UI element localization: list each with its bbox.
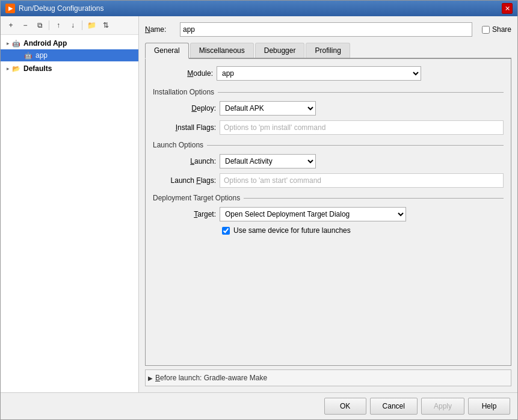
toolbar-separator-1 — [49, 20, 49, 30]
android-icon: 🤖 — [11, 39, 21, 48]
tab-bar: General Miscellaneous Debugger Profiling — [145, 43, 511, 59]
installation-options-section: Installation Options — [153, 88, 504, 96]
folder-icon: 📂 — [11, 64, 21, 73]
target-label: Target: — [153, 210, 216, 218]
configurations-toolbar: + − ⧉ ↑ ↓ 📁 ⇅ — [1, 16, 138, 35]
deploy-label: Deploy: — [153, 104, 216, 113]
launch-flags-label: Launch Flags: — [153, 176, 216, 185]
before-launch-bar[interactable]: ▶ Before launch: Gradle-aware Make — [145, 369, 511, 386]
install-flags-label: Install Flags: — [153, 123, 216, 132]
before-launch-label: Before launch: Gradle-aware Make — [155, 374, 267, 382]
tree-label-defaults: Defaults — [23, 64, 52, 73]
main-content: + − ⧉ ↑ ↓ 📁 ⇅ ▸ 🤖 Android App — [1, 16, 517, 392]
name-row: Name: Share — [145, 22, 511, 37]
launch-label: Launch: — [153, 157, 216, 165]
name-input[interactable] — [180, 22, 472, 37]
title-bar-left: ▶ Run/Debug Configurations — [5, 4, 103, 13]
launch-flags-input[interactable] — [220, 173, 504, 188]
tree-toggle-app — [16, 52, 23, 59]
move-down-button[interactable]: ↓ — [66, 19, 79, 32]
install-flags-input[interactable] — [220, 120, 504, 135]
left-panel: + − ⧉ ↑ ↓ 📁 ⇅ ▸ 🤖 Android App — [1, 16, 139, 392]
deploy-select[interactable]: Default APK — [220, 101, 316, 116]
app-icon: ▶ — [5, 4, 15, 13]
launch-flags-row: Launch Flags: — [153, 173, 504, 188]
same-device-checkbox[interactable] — [222, 227, 230, 235]
module-row: Module: app — [153, 66, 504, 81]
tab-debugger[interactable]: Debugger — [255, 43, 305, 58]
deployment-target-section: Deployment Target Options — [153, 194, 504, 202]
help-button[interactable]: Help — [468, 398, 510, 415]
close-button[interactable]: ✕ — [502, 3, 513, 14]
name-label: Name: — [145, 25, 175, 34]
title-bar: ▶ Run/Debug Configurations ✕ — [1, 1, 517, 16]
launch-row: Launch: Default Activity — [153, 154, 504, 168]
tab-general[interactable]: General — [145, 43, 189, 59]
share-checkbox[interactable] — [482, 26, 490, 34]
add-configuration-button[interactable]: + — [4, 19, 17, 32]
module-label: Module: — [153, 69, 213, 78]
tree-toggle-defaults: ▸ — [4, 65, 11, 72]
module-select[interactable]: app — [217, 66, 421, 81]
sort-button[interactable]: ⇅ — [99, 19, 113, 32]
tab-profiling[interactable]: Profiling — [306, 43, 350, 58]
footer: OK Cancel Apply Help — [1, 392, 517, 419]
deploy-row: Deploy: Default APK — [153, 101, 504, 116]
cancel-button[interactable]: Cancel — [370, 398, 418, 415]
tree-label-android-app: Android App — [23, 39, 67, 48]
tree-item-defaults[interactable]: ▸ 📂 Defaults — [1, 63, 138, 75]
same-device-label: Use same device for future launches — [233, 226, 351, 235]
before-launch-section: ▶ Before launch: Gradle-aware Make — [145, 369, 511, 386]
tab-content-general: Module: app Installation Options Deploy:… — [145, 59, 511, 366]
before-launch-arrow-icon: ▶ — [148, 375, 153, 381]
right-panel: Name: Share General Miscellaneous Debugg… — [139, 16, 517, 392]
remove-configuration-button[interactable]: − — [19, 19, 32, 32]
launch-options-section: Launch Options — [153, 141, 504, 149]
tab-miscellaneous[interactable]: Miscellaneous — [190, 43, 254, 58]
run-debug-configurations-dialog: ▶ Run/Debug Configurations ✕ + − ⧉ ↑ ↓ 📁… — [0, 0, 518, 420]
same-device-row: Use same device for future launches — [222, 226, 504, 235]
ok-button[interactable]: OK — [324, 398, 366, 415]
toolbar-separator-2 — [82, 20, 82, 30]
target-row: Target: Open Select Deployment Target Di… — [153, 207, 504, 221]
tree-item-android-app[interactable]: ▸ 🤖 Android App — [1, 37, 138, 49]
install-flags-row: Install Flags: — [153, 120, 504, 135]
apply-button[interactable]: Apply — [421, 398, 464, 415]
android-app-icon: 🤖 — [23, 51, 33, 60]
share-checkbox-container: Share — [482, 25, 511, 34]
tree-item-app[interactable]: 🤖 app — [1, 49, 138, 61]
configurations-tree: ▸ 🤖 Android App 🤖 app ▸ 📂 Defaults — [1, 35, 138, 392]
target-select[interactable]: Open Select Deployment Target Dialog — [220, 207, 406, 221]
tree-toggle-android-app: ▸ — [4, 40, 11, 47]
launch-select[interactable]: Default Activity — [220, 154, 316, 168]
copy-configuration-button[interactable]: ⧉ — [33, 19, 46, 32]
window-title: Run/Debug Configurations — [19, 4, 103, 13]
tree-label-app: app — [35, 51, 48, 60]
move-up-button[interactable]: ↑ — [52, 19, 65, 32]
new-folder-button[interactable]: 📁 — [85, 19, 98, 32]
share-label: Share — [492, 25, 511, 34]
